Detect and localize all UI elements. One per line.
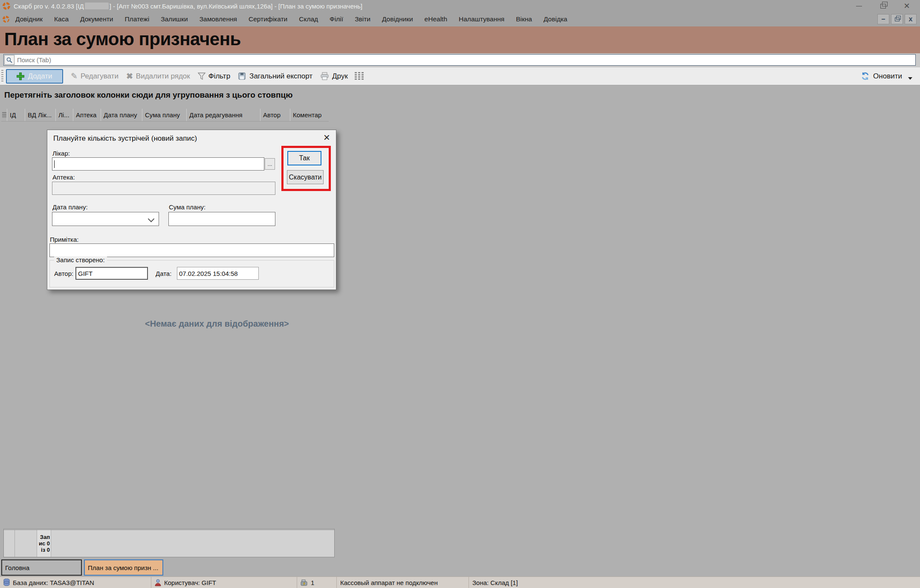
database-icon xyxy=(3,579,10,586)
plan-sum-label: Сума плану: xyxy=(169,203,205,211)
menu-dovidka[interactable]: Довідка xyxy=(544,15,567,23)
grid-header-row: ІД ВД Лік... Лі... Аптека Дата плану Сум… xyxy=(1,109,329,122)
export-button[interactable]: Загальний експорт xyxy=(238,72,312,81)
add-button-label: Додати xyxy=(28,72,52,81)
column-header-plan-date[interactable]: Дата плану xyxy=(101,109,142,121)
column-header-edit-date[interactable]: Дата редагування xyxy=(187,109,260,121)
menu-kasa[interactable]: Каса xyxy=(54,15,69,23)
window-titlebar: Скарб pro v. 4.0.2.83 [ІД ] - [Апт №003 … xyxy=(0,0,920,12)
dialog-close-icon[interactable]: × xyxy=(324,132,330,143)
menu-dovidnyk[interactable]: Довідник xyxy=(15,15,43,23)
record-counter-line1: Зап xyxy=(40,534,50,540)
statusbar-user-section: Користувач: GIFT xyxy=(151,577,297,588)
column-header-comment[interactable]: Коментар xyxy=(290,109,329,121)
menu-nalashtuvannia[interactable]: Налаштування xyxy=(459,15,504,23)
tab-plan-za-sumoiu[interactable]: План за сумою призн ... xyxy=(84,559,163,576)
statusbar-database-section: База даних: TASA3@TITAN xyxy=(0,577,151,588)
print-button-label: Друк xyxy=(332,72,348,81)
database-text: База даних: TASA3@TITAN xyxy=(13,579,94,586)
chevron-down-icon[interactable] xyxy=(148,216,155,223)
add-button[interactable]: Додати xyxy=(6,69,63,84)
window-title: Скарб pro v. 4.0.2.83 [ІД ] - [Апт №003 … xyxy=(14,3,362,10)
menu-sertyfikaty[interactable]: Сертифікати xyxy=(249,15,287,23)
statusbar-zone-section: Зона: Склад [1] xyxy=(469,577,920,588)
doctor-input[interactable] xyxy=(52,157,264,171)
created-date-input[interactable]: 07.02.2025 15:04:58 xyxy=(177,267,259,280)
close-icon[interactable]: ✕ xyxy=(903,2,911,10)
statusbar-register-count-section: 1 xyxy=(297,577,337,588)
filter-button[interactable]: Фільтр xyxy=(198,72,230,81)
printer-icon xyxy=(320,72,329,80)
menu-ehealth[interactable]: eHealth xyxy=(425,15,447,23)
row-indicator-header xyxy=(1,109,7,121)
window-title-part2: ] - [Апт №003 смт.Баришівка, вул.Київськ… xyxy=(110,3,362,10)
search-input[interactable]: Поиск (Tab) xyxy=(3,54,916,66)
ok-button[interactable]: Так xyxy=(287,151,321,165)
cancel-button[interactable]: Скасувати xyxy=(287,170,324,184)
column-header-id[interactable]: ІД xyxy=(7,109,25,121)
column-header-vd-lik[interactable]: ВД Лік... xyxy=(25,109,56,121)
refresh-icon xyxy=(861,72,870,81)
user-text: Користувач: GIFT xyxy=(164,579,216,586)
menu-zvity[interactable]: Звіти xyxy=(355,15,370,23)
menu-platezhi[interactable]: Платежі xyxy=(124,15,149,23)
column-header-plan-sum[interactable]: Сума плану xyxy=(142,109,187,121)
grid-grip-icon xyxy=(2,112,6,118)
statusbar-register-status-section: Кассовый аппарат не подключен xyxy=(337,577,469,588)
created-date-value: 07.02.2025 15:04:58 xyxy=(179,270,238,277)
page-title: План за сумою призначень xyxy=(4,29,241,49)
no-data-message: <Немає даних для відображення> xyxy=(145,319,289,329)
minimize-button[interactable] xyxy=(855,2,863,10)
menu-zamovlennia[interactable]: Замовлення xyxy=(200,15,237,23)
record-counter-line2: ис 0 xyxy=(39,540,50,547)
pencil-icon: ✎ xyxy=(71,72,78,80)
column-header-apteka[interactable]: Аптека xyxy=(73,109,101,121)
print-button[interactable]: Друк xyxy=(320,72,348,81)
author-label: Автор: xyxy=(54,270,73,277)
app-logo-icon-small xyxy=(3,16,9,23)
record-counter-cell: Зап ис 0 із 0 xyxy=(37,530,51,557)
mdi-close-icon[interactable]: x xyxy=(905,14,917,24)
app-logo-icon xyxy=(3,2,10,10)
mdi-restore-button[interactable] xyxy=(891,14,903,24)
filter-button-label: Фільтр xyxy=(208,72,230,81)
menu-sklad[interactable]: Склад xyxy=(299,15,318,23)
column-header-author[interactable]: Автор xyxy=(260,109,290,121)
pharmacy-label: Аптека: xyxy=(52,174,75,181)
refresh-button[interactable]: Оновити xyxy=(861,72,912,81)
export-floppy-icon xyxy=(238,72,246,80)
plan-sum-input[interactable] xyxy=(168,212,275,226)
refresh-dropdown-caret-icon[interactable] xyxy=(908,77,912,80)
zone-text: Зона: Склад [1] xyxy=(472,579,518,586)
edit-button[interactable]: ✎ Редагувати xyxy=(71,72,119,81)
menu-dovidnyky[interactable]: Довідники xyxy=(382,15,413,23)
column-header-li[interactable]: Лі... xyxy=(56,109,73,121)
tab-holovna[interactable]: Головна xyxy=(1,559,82,576)
columns-icon[interactable] xyxy=(355,72,364,81)
delete-row-button[interactable]: ✖ Видалити рядок xyxy=(126,72,190,81)
user-icon xyxy=(155,579,161,586)
pharmacy-input[interactable] xyxy=(52,182,275,195)
menu-dokumenty[interactable]: Документи xyxy=(80,15,113,23)
menu-filii[interactable]: Філії xyxy=(330,15,343,23)
author-input[interactable]: GIFT xyxy=(75,267,148,280)
plan-record-dialog: Плануйте кількість зустрічей (новий запи… xyxy=(47,130,336,290)
funnel-icon xyxy=(198,72,205,80)
redacted-id-area xyxy=(85,3,109,9)
menu-zalyshky[interactable]: Залишки xyxy=(161,15,188,23)
edit-button-label: Редагувати xyxy=(81,72,119,81)
record-created-groupbox: Запис створено: Автор: GIFT Дата: 07.02.… xyxy=(49,260,334,287)
toolbar: Додати ✎ Редагувати ✖ Видалити рядок Філ… xyxy=(0,67,920,85)
mdi-minimize-button[interactable]: – xyxy=(877,14,889,24)
note-input[interactable] xyxy=(49,243,334,257)
restore-button[interactable] xyxy=(879,2,887,10)
statusbar: База даних: TASA3@TITAN Користувач: GIFT… xyxy=(0,576,920,588)
menu-vikna[interactable]: Вікна xyxy=(516,15,532,23)
group-by-hint: Перетягніть заголовок колонки сюди для у… xyxy=(4,90,292,100)
delete-row-button-label: Видалити рядок xyxy=(136,72,190,81)
toolbar-grip-handle[interactable] xyxy=(1,70,3,83)
record-created-legend: Запис створено: xyxy=(54,256,107,264)
doctor-browse-button[interactable]: ... xyxy=(265,158,275,170)
plan-date-combobox[interactable] xyxy=(52,212,159,226)
created-date-label: Дата: xyxy=(156,270,171,277)
